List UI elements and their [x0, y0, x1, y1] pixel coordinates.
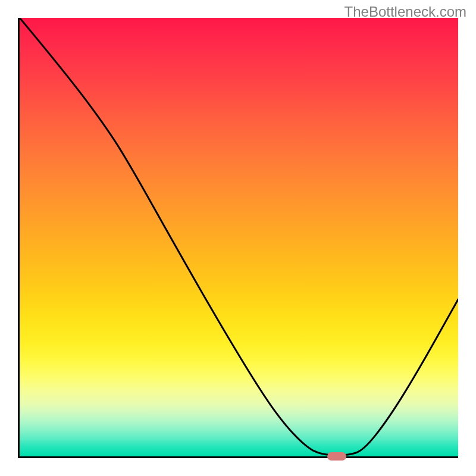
watermark-text: TheBottleneck.com: [345, 4, 466, 20]
chart-area: [18, 18, 458, 458]
optimal-marker: [327, 452, 346, 461]
bottleneck-curve: [20, 18, 458, 456]
